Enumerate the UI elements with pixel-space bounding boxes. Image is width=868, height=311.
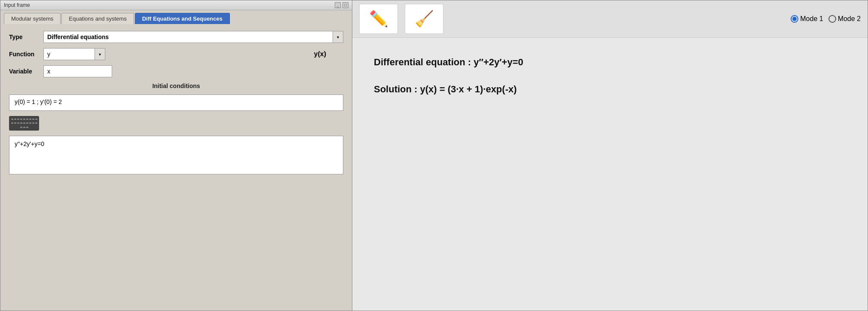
- initial-conditions-title: Initial conditions: [9, 82, 343, 89]
- type-select-wrapper: ▾: [43, 31, 343, 43]
- type-input[interactable]: [43, 31, 333, 43]
- mode2-label: Mode 2: [838, 15, 861, 23]
- variable-label: Variable: [9, 68, 39, 75]
- title-bar: Input frame _ □: [0, 0, 352, 10]
- title-bar-buttons: _ □: [335, 2, 348, 8]
- broom-button[interactable]: 🧹: [405, 4, 443, 34]
- yx-label: y(x): [314, 50, 343, 58]
- keyboard-icon[interactable]: [9, 116, 343, 131]
- equation-input-box[interactable]: y''+2y'+y=0: [9, 136, 343, 174]
- differential-equation-line: Differential equation : y″+2y′+y=0: [374, 55, 846, 69]
- tab-equations-systems[interactable]: Equations and systems: [61, 13, 134, 24]
- function-label: Function: [9, 51, 39, 58]
- right-panel: ✏️ 🧹 Mode 1 Mode 2 Differential equation…: [352, 0, 868, 311]
- mode2-option[interactable]: Mode 2: [828, 15, 861, 23]
- pencil-icon: ✏️: [369, 10, 388, 28]
- maximize-button[interactable]: □: [342, 2, 348, 8]
- right-content: Differential equation : y″+2y′+y=0 Solut…: [352, 38, 868, 311]
- mode2-radio[interactable]: [828, 15, 836, 23]
- mode-selector: Mode 1 Mode 2: [791, 15, 861, 23]
- differential-eq-value: y″+2y′+y=0: [474, 57, 523, 67]
- type-dropdown-button[interactable]: ▾: [333, 31, 343, 43]
- variable-row: Variable: [9, 65, 343, 77]
- solution-label: Solution :: [374, 84, 417, 95]
- broom-icon: 🧹: [415, 10, 434, 28]
- function-select-wrapper: ▾: [43, 48, 105, 60]
- type-label: Type: [9, 34, 39, 40]
- input-frame: Input frame _ □ Modular systems Equation…: [0, 0, 352, 311]
- title-bar-label: Input frame: [4, 2, 30, 8]
- minimize-button[interactable]: _: [335, 2, 341, 8]
- tabs-bar: Modular systems Equations and systems Di…: [0, 10, 352, 24]
- solution-line: Solution : y(x) = (3·x + 1)·exp(-x): [374, 82, 846, 96]
- tab-modular-systems[interactable]: Modular systems: [4, 13, 61, 24]
- mode1-radio-inner: [792, 17, 797, 21]
- form-area: Type ▾ Function ▾ y(x) Variable Initial …: [0, 24, 352, 311]
- initial-conditions-box[interactable]: y(0) = 1 ; y'(0) = 2: [9, 95, 343, 111]
- mode1-radio[interactable]: [791, 15, 798, 23]
- function-input[interactable]: [43, 48, 95, 60]
- right-toolbar: ✏️ 🧹 Mode 1 Mode 2: [352, 0, 868, 38]
- solution-value: y(x) = (3·x + 1)·exp(-x): [420, 84, 517, 95]
- mode1-option[interactable]: Mode 1: [791, 15, 823, 23]
- function-dropdown-button[interactable]: ▾: [95, 48, 105, 60]
- tab-diff-equations[interactable]: Diff Equations and Sequences: [135, 13, 230, 24]
- differential-eq-label: Differential equation :: [374, 57, 471, 67]
- variable-input[interactable]: [43, 65, 112, 77]
- function-row: Function ▾ y(x): [9, 48, 343, 60]
- mode1-label: Mode 1: [800, 15, 823, 23]
- type-row: Type ▾: [9, 31, 343, 43]
- pencil-button[interactable]: ✏️: [359, 4, 398, 34]
